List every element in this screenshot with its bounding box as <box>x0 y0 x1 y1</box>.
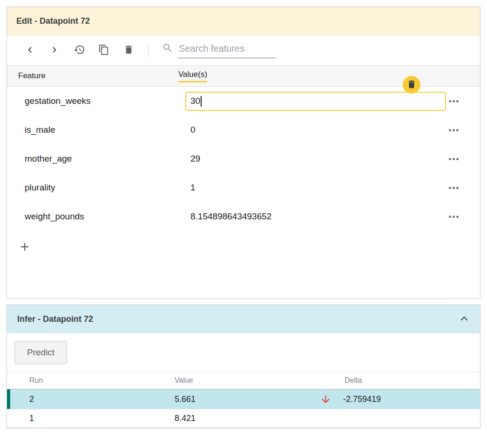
chevron-right-icon <box>50 45 59 56</box>
feature-name: is_male <box>25 125 185 135</box>
run-row[interactable]: 1 8.421 <box>7 409 480 428</box>
feature-search <box>162 42 277 58</box>
run-column-header: Run <box>29 376 175 385</box>
run-table-body: 2 5.661 -2.759419 1 8.421 <box>7 389 480 428</box>
next-datapoint-button[interactable] <box>48 44 61 56</box>
prev-datapoint-button[interactable] <box>24 44 36 56</box>
feature-row: plurality 1 <box>7 173 480 202</box>
plus-icon <box>18 248 31 255</box>
infer-panel-title: Infer - Datapoint 72 <box>17 314 93 324</box>
predict-section: Predict <box>7 333 480 372</box>
run-number: 1 <box>29 414 175 423</box>
chevron-left-icon <box>25 45 34 56</box>
more-options-button[interactable] <box>448 213 460 221</box>
feature-name: plurality <box>25 183 185 193</box>
text-caret <box>201 96 202 107</box>
feature-name: mother_age <box>25 154 185 164</box>
run-row-selected[interactable]: 2 5.661 -2.759419 <box>7 389 480 409</box>
feature-row: mother_age 29 <box>7 144 480 173</box>
restore-datapoint-button[interactable] <box>73 44 85 56</box>
feature-value[interactable]: 8.154898643493652 <box>185 211 271 222</box>
feature-value-cell: 1 <box>185 183 448 193</box>
delta-column-header: Delta <box>320 376 362 385</box>
copy-icon <box>98 44 109 57</box>
values-column-header: Value(s) <box>178 70 207 82</box>
edit-toolbar <box>7 35 480 65</box>
feature-value-cell: 30 <box>185 92 448 111</box>
trash-icon <box>123 44 134 56</box>
feature-value-text: 30 <box>190 96 200 106</box>
feature-row: is_male 0 <box>7 115 480 144</box>
feature-value-cell: 0 <box>185 125 448 135</box>
feature-value-input[interactable]: 30 <box>185 92 446 111</box>
feature-column-header: Feature <box>18 71 178 81</box>
edit-panel-header: Edit - Datapoint 72 <box>7 7 480 35</box>
run-value: 5.661 <box>175 394 320 404</box>
infer-panel-header[interactable]: Infer - Datapoint 72 <box>7 305 480 333</box>
feature-value[interactable]: 1 <box>185 183 196 193</box>
delete-datapoint-button[interactable] <box>122 44 135 56</box>
more-options-button[interactable] <box>448 126 460 134</box>
feature-value-cell: 29 <box>185 154 448 164</box>
arrow-down-icon <box>320 394 343 405</box>
run-value: 8.421 <box>175 414 320 423</box>
feature-table-body: gestation_weeks 30 is_male 0 mother_age … <box>7 87 480 231</box>
add-feature-row <box>7 231 480 256</box>
run-delta-cell: -2.759419 <box>320 394 381 405</box>
feature-value[interactable]: 0 <box>185 125 196 135</box>
more-options-button[interactable] <box>448 155 460 163</box>
history-icon <box>74 44 85 57</box>
run-table-header: Run Value Delta <box>7 372 480 389</box>
feature-name: gestation_weeks <box>25 96 185 106</box>
delete-value-button[interactable] <box>403 76 420 94</box>
run-delta: -2.759419 <box>343 394 381 404</box>
search-icon <box>162 42 173 58</box>
infer-panel: Infer - Datapoint 72 Predict Run Value D… <box>7 305 480 428</box>
duplicate-datapoint-button[interactable] <box>98 44 110 56</box>
predict-button[interactable]: Predict <box>14 341 67 364</box>
add-feature-button[interactable] <box>17 239 32 256</box>
more-options-button[interactable] <box>448 184 460 192</box>
feature-table-header: Feature Value(s) <box>7 65 480 87</box>
feature-value[interactable]: 29 <box>185 154 200 164</box>
run-number: 2 <box>29 394 175 404</box>
toolbar-divider <box>148 43 149 58</box>
chevron-up-icon <box>459 313 470 326</box>
value-column-header: Value <box>175 376 320 385</box>
collapse-panel-button[interactable] <box>459 313 470 326</box>
trash-icon <box>406 79 417 91</box>
feature-row: weight_pounds 8.154898643493652 <box>7 202 480 231</box>
search-features-input[interactable] <box>178 42 277 58</box>
feature-value-cell: 8.154898643493652 <box>185 211 448 222</box>
edit-panel-title: Edit - Datapoint 72 <box>16 16 90 26</box>
edit-datapoint-panel: Edit - Datapoint 72 <box>7 7 480 299</box>
more-options-button[interactable] <box>448 97 460 105</box>
feature-name: weight_pounds <box>25 211 185 222</box>
